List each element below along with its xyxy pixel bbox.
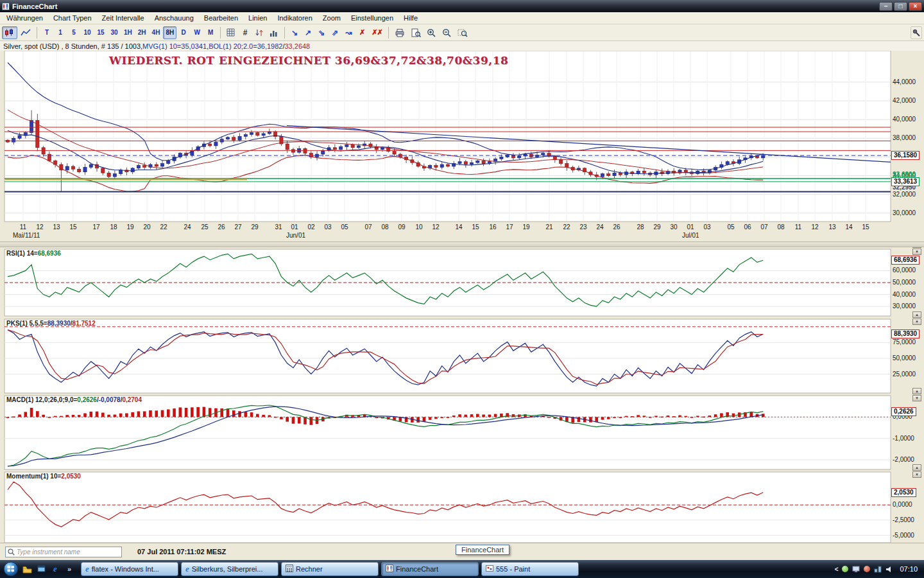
pin-button[interactable]	[911, 26, 922, 39]
ie-icon: e	[185, 565, 189, 573]
task-button-label: Silberkurs, Silberprei...	[192, 565, 263, 573]
timeframe-1-button[interactable]: 1	[54, 26, 67, 39]
zoom-out-button[interactable]	[440, 26, 454, 39]
print-preview-button[interactable]	[408, 26, 424, 39]
menu-indikatoren[interactable]: Indikatoren	[272, 13, 317, 23]
draw-tool-4-button[interactable]: ⇗	[329, 26, 341, 39]
draw-tool-3-button[interactable]: ⇘	[315, 26, 328, 39]
menu-hilfe[interactable]: Hilfe	[398, 13, 423, 23]
task-button-label: 555 - Paint	[496, 565, 530, 573]
tray-volume-icon[interactable]	[886, 566, 893, 573]
menu-zoom[interactable]: Zoom	[318, 13, 346, 23]
timeframe-4h-button[interactable]: 4H	[150, 26, 163, 39]
task-button-555-paint[interactable]: 555 - Paint	[481, 562, 579, 576]
instrument-info-segment: BOL(1) 20;2.0=36,1982	[209, 42, 282, 50]
task-button-rechner[interactable]: Rechner	[281, 562, 379, 576]
menu-bar: WährungenChart TypenZeit IntervalleAnsch…	[0, 12, 924, 24]
menu-zeit-intervalle[interactable]: Zeit Intervalle	[97, 13, 150, 23]
search-input[interactable]	[17, 548, 119, 556]
timeframe-d-button[interactable]: D	[177, 26, 190, 39]
timeframe-5-button[interactable]: 5	[67, 26, 80, 39]
timeframe-1h-button[interactable]: 1H	[121, 26, 135, 39]
quick-launch-window-icon[interactable]	[36, 564, 46, 574]
calculator-icon	[286, 565, 293, 574]
app-icon	[2, 3, 10, 10]
taskbar-tooltip: FinanceChart	[456, 545, 509, 555]
panel-resize-down-button[interactable]: ▼	[912, 471, 921, 478]
toolbar-separator	[37, 27, 37, 39]
task-button-label: Rechner	[296, 565, 323, 573]
timeframe-w-button[interactable]: W	[191, 26, 203, 39]
timeframe-15-button[interactable]: 15	[94, 26, 107, 39]
chart-area[interactable]	[0, 0, 924, 578]
task-buttons: eflatex - Windows Int...eSilberkurs, Sil…	[81, 562, 579, 576]
task-button-label: flatex - Windows Int...	[92, 565, 159, 573]
toolbar: T151015301H2H4H8HDWM#↘↗⇘⇗↝✗✗✗	[0, 24, 924, 41]
delete-all-drawings-button[interactable]: ✗✗	[369, 26, 384, 39]
panel-resize-down-button[interactable]: ▼	[912, 319, 921, 325]
quick-launch-folder-icon[interactable]	[22, 564, 32, 574]
menu-chart-typen[interactable]: Chart Typen	[48, 13, 97, 23]
task-button-flatex-windows-int-[interactable]: eflatex - Windows Int...	[81, 562, 178, 576]
print-button[interactable]	[392, 26, 407, 39]
timeframe-10-button[interactable]: 10	[81, 26, 94, 39]
timeframe-m-button[interactable]: M	[204, 26, 217, 39]
timeframe-2h-button[interactable]: 2H	[135, 26, 149, 39]
draw-tool-1-button[interactable]: ↘	[288, 26, 301, 39]
taskbar: e» eflatex - Windows Int...eSilberkurs, …	[0, 560, 924, 578]
instrument-info-segment: MVG(1) 10=35,0341	[142, 42, 207, 50]
panel-resize-down-button[interactable]: ▼	[912, 249, 921, 255]
chart-icon	[386, 565, 393, 574]
menu-anschauung[interactable]: Anschauung	[150, 13, 199, 23]
paint-icon	[486, 565, 493, 574]
instrument-search[interactable]	[5, 547, 122, 557]
delete-drawing-button[interactable]: ✗	[355, 26, 368, 39]
quick-launch: e»	[22, 564, 74, 574]
menu-einstellungen[interactable]: Einstellungen	[346, 13, 398, 23]
instrument-info: Silver, spot (USD) , 8 Stunden, # 135 / …	[0, 41, 924, 51]
scale-toggle-button[interactable]	[252, 26, 266, 39]
panel-splitter[interactable]	[0, 241, 924, 247]
start-button[interactable]	[3, 561, 19, 577]
panel-resize-up-button[interactable]: ▲	[912, 388, 921, 394]
zoom-region-button[interactable]	[455, 26, 470, 39]
chart-type-line-button[interactable]	[18, 26, 33, 39]
tray-monitor-icon[interactable]	[852, 566, 860, 573]
maximize-button[interactable]: □	[894, 2, 907, 11]
taskbar-clock[interactable]: 07:10	[900, 565, 918, 573]
panel-resize-down-button[interactable]: ▼	[912, 395, 921, 401]
toolbar-separator	[388, 27, 389, 39]
tray-collapse-icon[interactable]: <	[835, 566, 839, 573]
task-button-financechart[interactable]: FinanceChart	[381, 562, 479, 576]
panel-resize-up-button[interactable]: ▲	[912, 311, 921, 318]
chart-type-candlestick-button[interactable]	[2, 26, 17, 39]
search-icon	[8, 548, 15, 556]
system-tray: < 07:10	[835, 565, 924, 573]
draw-tool-2-button[interactable]: ↗	[302, 26, 314, 39]
hash-tool-button[interactable]: #	[239, 26, 252, 39]
zoom-in-button[interactable]	[424, 26, 439, 39]
window-title: FinanceChart	[12, 3, 57, 10]
panel-resize-up-button[interactable]: ▲	[912, 464, 921, 471]
tray-green-icon[interactable]	[842, 566, 848, 572]
task-button-silberkurs-silberprei-[interactable]: eSilberkurs, Silberprei...	[181, 562, 278, 576]
toolbar-separator	[220, 27, 221, 39]
menu-w-hrungen[interactable]: Währungen	[1, 13, 48, 23]
menu-bearbeiten[interactable]: Bearbeiten	[199, 13, 243, 23]
volume-toggle-button[interactable]	[267, 26, 281, 39]
grid-toggle-button[interactable]	[224, 26, 238, 39]
timeframe-t-button[interactable]: T	[40, 26, 53, 39]
draw-tool-5-button[interactable]: ↝	[342, 26, 355, 39]
menu-linien[interactable]: Linien	[243, 13, 272, 23]
close-button[interactable]: ×	[909, 2, 922, 11]
instrument-info-segment: 33,2648	[284, 42, 310, 50]
timeframe-8h-button[interactable]: 8H	[163, 26, 176, 39]
quick-launch-ie-icon[interactable]: e	[50, 564, 60, 574]
ie-icon: e	[85, 565, 89, 573]
minimize-button[interactable]: –	[879, 2, 893, 11]
tray-red-icon[interactable]	[864, 566, 870, 572]
timeframe-30-button[interactable]: 30	[108, 26, 121, 39]
tray-network-icon[interactable]	[874, 566, 882, 573]
quick-launch-overflow-chevron[interactable]: »	[64, 564, 74, 574]
title-bar: FinanceChart – □ ×	[0, 0, 924, 12]
